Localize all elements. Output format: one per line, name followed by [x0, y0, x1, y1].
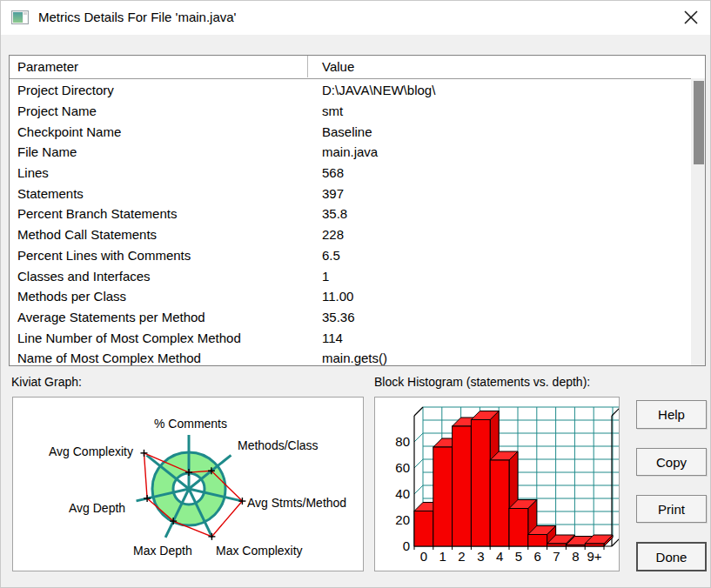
x-tick-label: 9+: [587, 549, 602, 564]
kiviat-axis-label: Avg Depth: [69, 501, 125, 515]
x-tick-label: 8: [572, 549, 579, 564]
histogram-bar: [509, 509, 528, 547]
param-cell: Statements: [10, 186, 312, 201]
value-cell: D:\JAVA\NEW\blog\: [312, 83, 690, 97]
x-tick-label: 0: [420, 549, 427, 564]
histogram-bar: [547, 544, 567, 546]
kiviat-axis-label: Max Complexity: [216, 544, 303, 558]
param-cell: Line Number of Most Complex Method: [10, 331, 312, 345]
kiviat-graph-label: Kiviat Graph:: [11, 375, 82, 389]
table-row[interactable]: Percent Branch Statements35.8: [10, 204, 690, 224]
y-tick-label: 60: [395, 460, 410, 475]
kiviat-axis-label: % Comments: [154, 417, 227, 431]
table-row[interactable]: Line Number of Most Complex Method114: [10, 327, 690, 348]
param-cell: Project Directory: [10, 83, 312, 97]
table-row[interactable]: Project Namesmt: [10, 101, 690, 122]
histogram-bar: [453, 426, 472, 546]
table-row[interactable]: File Namemain.java: [10, 142, 690, 163]
y-tick-label: 40: [395, 486, 410, 501]
value-cell: Baseline: [312, 124, 690, 139]
kiviat-axis-label: Avg Complexity: [49, 444, 133, 458]
done-button[interactable]: Done: [636, 542, 707, 571]
value-cell: main.gets(): [312, 351, 690, 365]
value-cell: 11.00: [312, 289, 690, 304]
x-tick-label: 2: [458, 549, 465, 564]
x-tick-label: 5: [515, 549, 522, 564]
histogram-bar: [585, 544, 604, 546]
param-cell: Checkpoint Name: [10, 124, 312, 139]
param-cell: File Name: [10, 144, 312, 159]
value-cell: 35.8: [312, 206, 690, 221]
kiviat-axis-label: Avg Stmts/Method: [247, 496, 346, 510]
histogram-bar: [566, 545, 585, 547]
x-tick-label: 7: [553, 549, 560, 564]
param-cell: Method Call Statements: [10, 227, 312, 242]
window-title: Metrics Details For File 'main.java': [38, 0, 236, 35]
block-histogram-panel: 0204060800123456789+: [374, 397, 620, 571]
value-cell: 6.5: [312, 248, 690, 263]
table-body: Project DirectoryD:\JAVA\NEW\blog\Projec…: [10, 78, 690, 365]
x-tick-label: 6: [534, 549, 541, 564]
param-cell: Percent Branch Statements: [10, 206, 312, 221]
histogram-bar: [490, 460, 509, 546]
param-cell: Percent Lines with Comments: [10, 248, 312, 263]
value-cell: 1: [312, 269, 690, 284]
histogram-bar: [528, 535, 547, 547]
app-icon: [11, 10, 29, 24]
histogram-bar: [471, 420, 490, 547]
header-cell-parameter[interactable]: Parameter: [10, 56, 308, 77]
kiviat-axis-label: Methods/Class: [238, 438, 319, 452]
x-tick-label: 4: [496, 549, 503, 564]
param-cell: Project Name: [10, 104, 312, 118]
copy-button[interactable]: Copy: [636, 448, 707, 476]
kiviat-graph: % CommentsMethods/ClassAvg Stmts/MethodM…: [13, 398, 363, 571]
table-row[interactable]: Checkpoint NameBaseline: [10, 121, 690, 142]
table-row[interactable]: Average Statements per Method35.36: [10, 307, 690, 328]
value-cell: 228: [312, 227, 690, 242]
x-tick-label: 3: [477, 549, 484, 564]
table-header: Parameter Value: [10, 56, 705, 79]
table-row[interactable]: Methods per Class11.00: [10, 286, 690, 307]
header-cell-value[interactable]: Value: [312, 56, 705, 77]
histogram-bar: [414, 511, 433, 547]
kiviat-axis-label: Max Depth: [133, 544, 192, 558]
block-histogram: 0204060800123456789+: [375, 398, 619, 571]
y-tick-label: 80: [395, 434, 410, 449]
help-button[interactable]: Help: [636, 400, 707, 429]
value-cell: 397: [312, 186, 690, 201]
print-button[interactable]: Print: [636, 495, 707, 523]
histogram-bar: [433, 447, 453, 546]
value-cell: 568: [312, 165, 690, 180]
x-tick-label: 1: [439, 549, 446, 564]
param-cell: Average Statements per Method: [10, 310, 312, 324]
value-cell: 114: [312, 331, 690, 345]
y-tick-label: 0: [403, 538, 410, 553]
param-cell: Classes and Interfaces: [10, 269, 312, 284]
table-row[interactable]: Project DirectoryD:\JAVA\NEW\blog\: [10, 80, 690, 101]
table-row[interactable]: Method Call Statements228: [10, 224, 690, 245]
y-tick-label: 20: [395, 512, 410, 527]
titlebar: Metrics Details For File 'main.java': [0, 0, 711, 35]
param-cell: Name of Most Complex Method: [10, 351, 312, 365]
scrollbar-thumb[interactable]: [694, 81, 704, 164]
close-icon[interactable]: [683, 10, 699, 25]
table-row[interactable]: Statements397: [10, 183, 690, 204]
value-cell: main.java: [312, 144, 690, 159]
kiviat-graph-panel: % CommentsMethods/ClassAvg Stmts/MethodM…: [12, 397, 364, 571]
param-cell: Lines: [10, 165, 312, 180]
table-scrollbar[interactable]: [691, 78, 705, 365]
table-row[interactable]: Percent Lines with Comments6.5: [10, 245, 690, 266]
value-cell: smt: [312, 104, 690, 118]
block-histogram-label: Block Histogram (statements vs. depth):: [374, 375, 590, 389]
metrics-table: Parameter Value Project DirectoryD:\JAVA…: [9, 55, 706, 366]
table-row[interactable]: Name of Most Complex Methodmain.gets(): [10, 348, 690, 365]
table-row[interactable]: Classes and Interfaces1: [10, 265, 690, 286]
value-cell: 35.36: [312, 310, 690, 324]
param-cell: Methods per Class: [10, 289, 312, 304]
table-row[interactable]: Lines568: [10, 163, 690, 184]
